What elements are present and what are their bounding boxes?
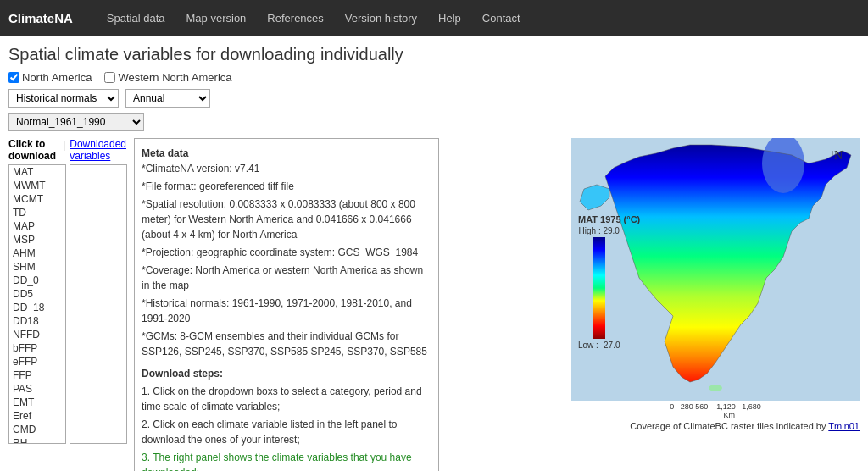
list-item[interactable]: FFP (9, 368, 65, 382)
panels: Click to download | Downloaded variables… (8, 138, 860, 471)
north-america-label: North America (22, 71, 92, 84)
map-caption: Coverage of ClimateBC raster files indic… (630, 421, 860, 431)
click-to-download-label[interactable]: Click to download (8, 138, 58, 162)
navbar: ClimateNA Spatial data Map version Refer… (0, 0, 868, 36)
panel-header: Click to download | Downloaded variables (8, 138, 127, 162)
dropdowns-row: Historical normals Future periods Histor… (8, 89, 860, 108)
list-item[interactable]: MAT (9, 165, 65, 179)
list-item[interactable]: SHM (9, 260, 65, 274)
nav-map-version[interactable]: Map version (178, 8, 255, 29)
variable-list[interactable]: MAT MWMT MCMT TD MAP MSP AHM SHM DD_0 DD… (8, 164, 66, 444)
nav-help[interactable]: Help (430, 8, 470, 29)
list-item[interactable]: DD_0 (9, 274, 65, 287)
compass-n: N (834, 149, 843, 162)
list-item[interactable]: DD_18 (9, 301, 65, 314)
list-item[interactable]: DD18 (9, 314, 65, 328)
map-legend: MAT 1975 (°C) High : 29.0 Low : -27.0 (578, 214, 640, 350)
left-panel: Click to download | Downloaded variables… (8, 138, 127, 444)
list-item[interactable]: AHM (9, 247, 65, 260)
list-item[interactable]: TD (9, 206, 65, 219)
svg-point-3 (709, 385, 722, 391)
list-item[interactable]: eFFP (9, 355, 65, 368)
meta-line-1: *ClimateNA version: v7.41 (142, 161, 431, 176)
tmin-link[interactable]: Tmin01 (828, 421, 860, 431)
list-item[interactable]: DD5 (9, 287, 65, 301)
list-item[interactable]: PAS (9, 382, 65, 396)
downloaded-box (70, 164, 127, 444)
checkbox-row: North America Western North America (8, 71, 860, 84)
legend-bar (593, 237, 605, 339)
brand-link[interactable]: ClimateNA (8, 11, 73, 25)
western-na-label: Western North America (118, 71, 231, 84)
download-steps-title: Download steps: (142, 366, 431, 381)
map-container: N ↑ MAT 1975 (°C) High : 29.0 Low : -27.… (571, 138, 860, 401)
nav-version-history[interactable]: Version history (337, 8, 426, 29)
legend-row: High : 29.0 Low : -27.0 (578, 226, 620, 350)
list-item[interactable]: EMT (9, 396, 65, 409)
north-america-checkbox-label[interactable]: North America (8, 71, 92, 84)
list-item[interactable]: RH (9, 436, 65, 444)
svg-text:↑: ↑ (831, 149, 834, 157)
page-title: Spatial climate variables for downloadin… (8, 45, 860, 64)
list-item[interactable]: MCMT (9, 192, 65, 206)
list-item[interactable]: bFFP (9, 341, 65, 355)
meta-title: Meta data (142, 146, 431, 161)
legend-title: MAT 1975 (°C) (578, 214, 640, 224)
step-3: 3. The right panel shows the climate var… (142, 450, 431, 471)
legend-low: Low : -27.0 (578, 341, 620, 350)
timescale-select[interactable]: Annual Seasonal Monthly (125, 89, 210, 108)
meta-panel: Meta data *ClimateNA version: v7.41 *Fil… (134, 138, 439, 471)
nav-contact[interactable]: Contact (474, 8, 529, 29)
period-select[interactable]: Historical normals Future periods Histor… (8, 89, 119, 108)
meta-line-5: *Coverage: North America or western Nort… (142, 263, 431, 293)
scale-bar: 0 280 560 1,120 1,680 Km (571, 402, 860, 419)
step-1: 1. Click on the dropdown boxs to select … (142, 384, 431, 414)
western-na-checkbox-label[interactable]: Western North America (104, 71, 231, 84)
nav-spatial-data[interactable]: Spatial data (98, 8, 174, 29)
list-item[interactable]: MAP (9, 219, 65, 233)
list-item[interactable]: MWMT (9, 179, 65, 192)
meta-line-2: *File format: georeferenced tiff file (142, 179, 431, 194)
step-2: 2. Click on each climate variable listed… (142, 417, 431, 447)
meta-line-3: *Spatial resolution: 0.0083333 x 0.00833… (142, 197, 431, 242)
main-content: Spatial climate variables for downloadin… (0, 36, 868, 471)
map-panel: N ↑ MAT 1975 (°C) High : 29.0 Low : -27.… (446, 138, 860, 431)
legend-high: High : 29.0 (579, 226, 620, 236)
nav-references[interactable]: References (259, 8, 331, 29)
list-item[interactable]: CMD (9, 423, 65, 436)
nav-links: Spatial data Map version References Vers… (98, 8, 529, 29)
downloaded-variables-label[interactable]: Downloaded variables (70, 138, 127, 162)
list-item[interactable]: Eref (9, 409, 65, 423)
normal-select-row: Normal_1961_1990 Normal_1971_2000 Normal… (8, 113, 860, 131)
list-item[interactable]: NFFD (9, 328, 65, 341)
normal-select[interactable]: Normal_1961_1990 Normal_1971_2000 Normal… (8, 113, 144, 131)
meta-line-6: *Historical normals: 1961-1990, 1971-200… (142, 296, 431, 326)
north-america-checkbox[interactable] (8, 72, 19, 83)
western-na-checkbox[interactable] (104, 72, 115, 83)
meta-line-4: *Projection: geographic coordinate syste… (142, 245, 431, 260)
list-item[interactable]: MSP (9, 233, 65, 247)
meta-line-7: *GCMs: 8-GCM ensembles and their individ… (142, 329, 431, 359)
